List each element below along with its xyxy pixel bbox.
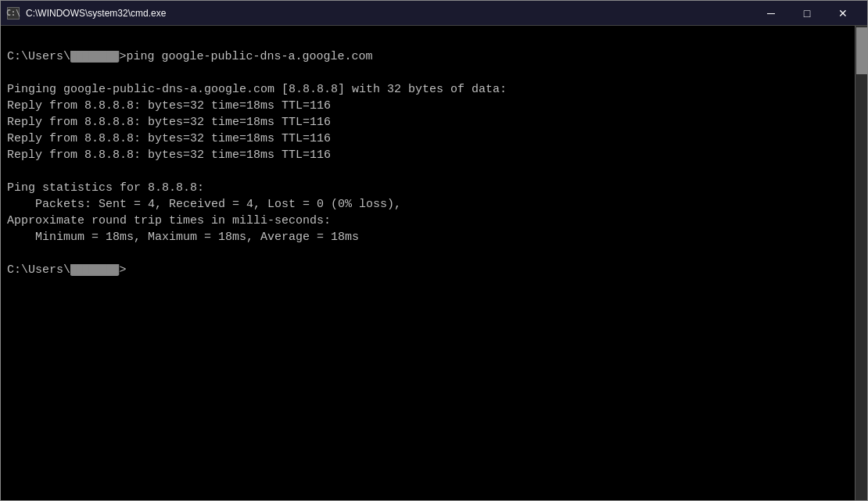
prompt-line-1: C:\Users\████████>ping google-public-dns…	[7, 50, 373, 63]
reply-line-3: Reply from 8.8.8.8: bytes=32 time=18ms T…	[7, 132, 331, 145]
username-1: ████████	[70, 51, 119, 63]
close-button[interactable]: ✕	[825, 1, 861, 26]
prompt-line-2: C:\Users\████████>	[7, 263, 126, 277]
content-area: C:\Users\████████>ping google-public-dns…	[1, 26, 867, 500]
cmd-window: C:\ C:\WINDOWS\system32\cmd.exe ─ □ ✕ C:…	[0, 0, 868, 501]
pinging-line: Pinging google-public-dns-a.google.com […	[7, 83, 507, 96]
blank-line-3	[7, 247, 14, 260]
title-bar: C:\ C:\WINDOWS\system32\cmd.exe ─ □ ✕	[1, 1, 867, 26]
minmax-line: Minimum = 18ms, Maximum = 18ms, Average …	[7, 231, 359, 244]
scrollbar-thumb[interactable]	[856, 27, 867, 74]
terminal-output[interactable]: C:\Users\████████>ping google-public-dns…	[1, 26, 855, 500]
prompt-suffix-2: >	[119, 263, 126, 277]
approx-line: Approximate round trip times in milli-se…	[7, 214, 331, 227]
reply-line-1: Reply from 8.8.8.8: bytes=32 time=18ms T…	[7, 99, 331, 113]
scrollbar[interactable]	[855, 26, 867, 500]
window-controls: ─ □ ✕	[753, 1, 861, 26]
window-title: C:\WINDOWS\system32\cmd.exe	[26, 8, 166, 19]
prompt-path-1: C:\Users\	[7, 50, 70, 63]
packets-line: Packets: Sent = 4, Received = 4, Lost = …	[7, 198, 401, 211]
blank-line-2	[7, 165, 14, 178]
reply-line-4: Reply from 8.8.8.8: bytes=32 time=18ms T…	[7, 149, 331, 162]
reply-line-2: Reply from 8.8.8.8: bytes=32 time=18ms T…	[7, 116, 331, 129]
title-bar-left: C:\ C:\WINDOWS\system32\cmd.exe	[7, 7, 166, 20]
blank-line-1	[7, 66, 14, 80]
minimize-button[interactable]: ─	[753, 1, 789, 26]
maximize-button[interactable]: □	[789, 1, 825, 26]
prompt-path-2: C:\Users\	[7, 263, 70, 277]
stats-header: Ping statistics for 8.8.8.8:	[7, 181, 204, 195]
cmd-icon: C:\	[7, 7, 20, 20]
username-2: ████████	[70, 264, 119, 276]
prompt-cmd-1: >ping google-public-dns-a.google.com	[119, 50, 372, 63]
